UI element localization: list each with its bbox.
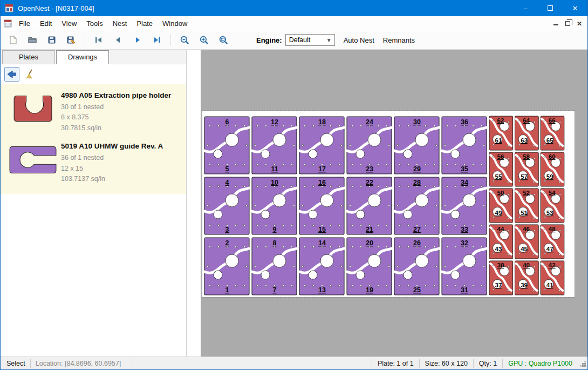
nested-part-pair[interactable]: 1615 bbox=[299, 177, 344, 234]
nested-part-pair[interactable]: 87 bbox=[252, 238, 297, 295]
svg-text:52: 52 bbox=[523, 190, 530, 196]
nested-part-pair[interactable]: 65 bbox=[204, 117, 249, 174]
previous-plate-button[interactable] bbox=[110, 32, 126, 48]
menu-window[interactable]: Window bbox=[158, 17, 192, 30]
svg-text:10: 10 bbox=[271, 179, 278, 186]
resize-grip-icon[interactable] bbox=[579, 360, 586, 367]
next-plate-button[interactable] bbox=[129, 32, 146, 48]
status-plate: Plate: 1 of 1 bbox=[372, 359, 419, 368]
nested-part-pair[interactable]: 4241 bbox=[541, 261, 564, 295]
remnants-button[interactable]: Remnants bbox=[383, 36, 415, 44]
svg-text:21: 21 bbox=[366, 226, 373, 233]
status-location: Location: [84.8696, 60.6957] bbox=[31, 359, 133, 368]
save-as-button[interactable] bbox=[63, 32, 79, 48]
nested-part-pair[interactable]: 5049 bbox=[489, 189, 513, 223]
menu-file[interactable]: File bbox=[14, 17, 35, 30]
nest-canvas[interactable]: 6512111817242330293635431091615222128273… bbox=[187, 50, 587, 356]
drawing-nested-count: 30 of 1 nested bbox=[61, 102, 171, 112]
nested-part-pair[interactable]: 2827 bbox=[394, 177, 439, 234]
import-drawing-button[interactable] bbox=[4, 67, 19, 82]
svg-text:17: 17 bbox=[318, 165, 326, 173]
menu-edit[interactable]: Edit bbox=[35, 17, 57, 30]
toolbar-separator bbox=[170, 34, 171, 46]
nested-part-pair[interactable]: 2221 bbox=[347, 177, 392, 234]
status-qty: Qty: 1 bbox=[473, 359, 502, 368]
tab-drawings[interactable]: Drawings bbox=[56, 50, 109, 64]
previous-icon bbox=[113, 35, 123, 45]
zoom-fit-button[interactable] bbox=[215, 32, 231, 48]
svg-text:40: 40 bbox=[523, 262, 530, 268]
svg-text:6: 6 bbox=[225, 118, 229, 126]
broom-icon bbox=[24, 69, 35, 79]
nested-part-pair[interactable]: 4645 bbox=[515, 225, 539, 259]
minimize-button[interactable]: – bbox=[513, 0, 538, 16]
nested-part-pair[interactable]: 2625 bbox=[394, 238, 439, 295]
svg-text:48: 48 bbox=[549, 226, 556, 232]
nested-part-pair[interactable]: 3837 bbox=[489, 261, 513, 295]
list-item[interactable]: 5019 A10 UHMW guide Rev. A 36 of 1 neste… bbox=[1, 138, 186, 189]
nested-part-pair[interactable]: 1817 bbox=[299, 117, 344, 174]
nested-part-pair[interactable]: 4847 bbox=[541, 225, 564, 259]
maximize-button[interactable] bbox=[538, 0, 563, 16]
svg-text:9: 9 bbox=[273, 226, 277, 233]
close-button[interactable]: ✕ bbox=[563, 0, 587, 16]
plate[interactable]: 6512111817242330293635431091615222128273… bbox=[202, 111, 575, 297]
svg-text:49: 49 bbox=[495, 210, 502, 216]
save-button[interactable] bbox=[44, 32, 60, 48]
nested-part-pair[interactable]: 5857 bbox=[515, 152, 539, 186]
open-button[interactable] bbox=[24, 32, 40, 48]
nested-part-pair[interactable]: 21 bbox=[204, 238, 249, 295]
mdi-minimize-button[interactable] bbox=[550, 18, 562, 29]
auto-nest-button[interactable]: Auto Nest bbox=[344, 36, 374, 44]
svg-text:32: 32 bbox=[461, 239, 468, 247]
tab-plates[interactable]: Plates bbox=[2, 50, 55, 64]
nested-part-pair[interactable]: 2019 bbox=[347, 238, 392, 295]
plate-svg[interactable]: 6512111817242330293635431091615222128273… bbox=[202, 111, 575, 297]
nested-part-pair[interactable]: 109 bbox=[252, 177, 297, 234]
nested-part-pair[interactable]: 3029 bbox=[394, 117, 439, 174]
svg-text:45: 45 bbox=[521, 246, 528, 252]
title-bar[interactable]: OpenNest - [N0317-004] – ✕ bbox=[1, 0, 587, 16]
first-plate-button[interactable] bbox=[91, 32, 107, 48]
nested-part-pair[interactable]: 1211 bbox=[252, 117, 297, 174]
new-button[interactable] bbox=[5, 32, 21, 48]
svg-text:35: 35 bbox=[461, 165, 468, 173]
save-as-icon bbox=[66, 35, 76, 45]
nested-part-pair[interactable]: 3635 bbox=[442, 117, 487, 174]
nested-part-pair[interactable]: 43 bbox=[204, 177, 249, 234]
nested-part-pair[interactable]: 3433 bbox=[442, 177, 487, 234]
nested-part-pair[interactable]: 4039 bbox=[515, 261, 539, 295]
app-icon bbox=[5, 4, 13, 12]
drawing-size: 12 x 15 bbox=[61, 164, 163, 174]
list-item[interactable]: 4980 A05 Extraction pipe holder 30 of 1 … bbox=[1, 87, 186, 138]
menu-view[interactable]: View bbox=[57, 17, 81, 30]
menu-plate[interactable]: Plate bbox=[132, 17, 158, 30]
nested-part-pair[interactable]: 5453 bbox=[541, 189, 564, 223]
nested-part-pair[interactable]: 6665 bbox=[541, 116, 564, 150]
svg-text:47: 47 bbox=[546, 246, 553, 252]
nested-part-pair[interactable]: 6463 bbox=[515, 116, 539, 150]
svg-text:41: 41 bbox=[546, 282, 553, 288]
nested-part-pair[interactable]: 5655 bbox=[489, 152, 513, 186]
nested-part-pair[interactable]: 6261 bbox=[489, 116, 513, 150]
menu-tools[interactable]: Tools bbox=[81, 17, 107, 30]
svg-text:59: 59 bbox=[546, 173, 553, 180]
nested-part-pair[interactable]: 6059 bbox=[541, 152, 564, 186]
zoom-in-button[interactable] bbox=[196, 32, 212, 48]
nested-part-pair[interactable]: 4443 bbox=[489, 225, 513, 259]
engine-select[interactable]: Default ▼ bbox=[285, 34, 335, 46]
nested-part-pair[interactable]: 2423 bbox=[347, 117, 392, 174]
menu-nest[interactable]: Nest bbox=[108, 17, 132, 30]
svg-text:36: 36 bbox=[461, 118, 468, 126]
main-area: Plates Drawings bbox=[1, 50, 587, 356]
nested-part-pair[interactable]: 5251 bbox=[515, 189, 539, 223]
mdi-close-button[interactable]: ✕ bbox=[573, 18, 585, 29]
zoom-out-button[interactable] bbox=[176, 32, 193, 48]
drawings-toolbar bbox=[1, 64, 186, 84]
part-thumbnail bbox=[5, 90, 61, 123]
nested-part-pair[interactable]: 3231 bbox=[442, 238, 487, 295]
mdi-restore-button[interactable] bbox=[562, 18, 573, 29]
last-plate-button[interactable] bbox=[149, 32, 165, 48]
nested-part-pair[interactable]: 1413 bbox=[299, 238, 344, 295]
clear-drawings-button[interactable] bbox=[22, 67, 37, 82]
